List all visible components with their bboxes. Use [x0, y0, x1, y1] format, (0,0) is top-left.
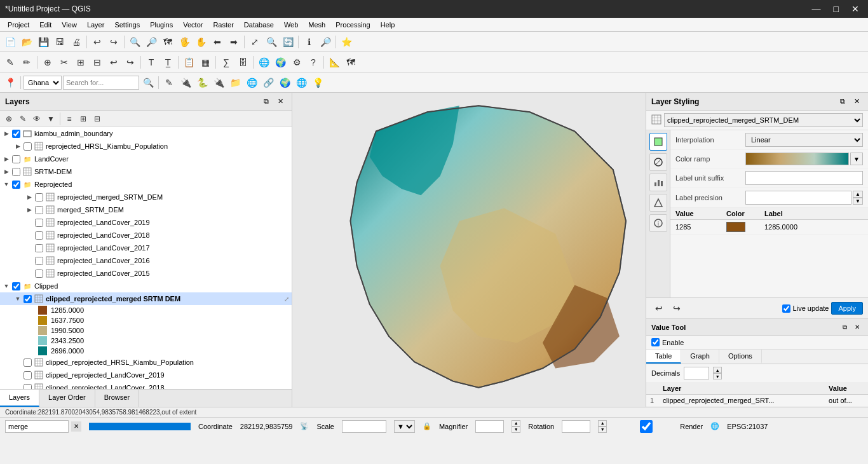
digitize-button[interactable]: ✎ [161, 75, 177, 90]
enable-checkbox[interactable] [651, 338, 660, 346]
checkbox-rep-lc-2017[interactable] [35, 244, 43, 252]
layers-close-button[interactable]: ✕ [274, 95, 287, 108]
precision-input[interactable]: 4 [745, 191, 851, 205]
expand-kiambu[interactable]: ▶ [3, 130, 10, 137]
tree-item-kiambu[interactable]: ▶ kiambu_admin_boundary [0, 127, 292, 140]
map-area[interactable] [292, 93, 646, 407]
refresh-button[interactable]: 🔄 [280, 34, 295, 50]
precision-down-button[interactable]: ▼ [853, 198, 863, 205]
info2-button[interactable]: 💡 [310, 75, 325, 90]
pan-button[interactable]: 🖐 [177, 34, 192, 50]
menu-processing[interactable]: Processing [330, 20, 375, 30]
checkbox-clipped[interactable] [12, 282, 20, 290]
menu-vector[interactable]: Vector [178, 20, 208, 30]
checkbox-clip-hrsl[interactable] [24, 358, 32, 367]
scale-select[interactable]: ▼ [394, 420, 415, 433]
label2-button[interactable]: T̲ [160, 55, 175, 70]
checkbox-srtm[interactable] [12, 168, 20, 176]
decimals-input[interactable]: 2 [684, 367, 709, 379]
magnifier-down[interactable]: ▼ [512, 426, 520, 433]
tree-item-srtm[interactable]: ▶ SRTM-DEM [0, 165, 292, 178]
save-as-button[interactable]: 🖫 [52, 34, 67, 50]
status-search-input[interactable] [5, 420, 69, 433]
select-button[interactable]: ▦ [198, 55, 213, 70]
styling-close-button[interactable]: ✕ [850, 95, 863, 108]
tree-item-rep-merged-srtm[interactable]: ▶ reprojected_merged_SRTM_DEM [0, 191, 292, 203]
menu-edit[interactable]: Edit [34, 20, 57, 30]
undo-style-button[interactable]: ↩ [651, 301, 667, 316]
tree-item-rep-lc-2015[interactable]: reprojected_LandCover_2015 [0, 267, 292, 280]
zoom-next-button[interactable]: ➡ [226, 34, 241, 50]
pan-hand-button[interactable]: ✋ [193, 34, 208, 50]
tree-item-clip-lc-2018[interactable]: clipped_reprojected_LandCover_2018 [0, 381, 292, 389]
checkbox-kiambu[interactable] [12, 130, 20, 138]
rotation-input[interactable]: 0.0 ° [562, 420, 590, 433]
info-button[interactable]: 🔎 [318, 34, 333, 50]
vt-float-button[interactable]: ⧉ [839, 322, 850, 333]
remove-layer-button[interactable]: ✎ [17, 113, 29, 125]
precision-up-button[interactable]: ▲ [853, 191, 863, 198]
style-icon-3[interactable] [649, 174, 667, 191]
minimize-button[interactable]: — [808, 3, 825, 15]
layer-options-button[interactable]: ≡ [63, 113, 76, 125]
checkbox-rep-merged[interactable] [35, 193, 43, 201]
redo-button[interactable]: ↪ [106, 34, 121, 50]
add-layer-button[interactable]: ⊕ [3, 113, 15, 125]
redo-edit-button[interactable]: ↪ [123, 55, 138, 70]
style-icon-4[interactable] [649, 194, 667, 212]
menu-layer[interactable]: Layer [82, 20, 110, 30]
edit-button[interactable]: ✎ [3, 55, 18, 70]
menu-raster[interactable]: Raster [208, 20, 238, 30]
attribute-button[interactable]: 📋 [181, 55, 196, 70]
open-project-button[interactable]: 📂 [19, 34, 34, 50]
layout-button[interactable]: 📐 [327, 55, 342, 70]
expand-clipped[interactable]: ▼ [3, 282, 10, 290]
tree-item-clip-hrsl[interactable]: clipped_reprojected_HRSL_Kiambu_Populati… [0, 356, 292, 369]
styling-float-button[interactable]: ⧉ [836, 95, 849, 108]
help-button[interactable]: ? [306, 55, 321, 70]
calculator-button[interactable]: ∑ [219, 55, 234, 70]
new-project-button[interactable]: 📄 [3, 34, 18, 50]
style-icon-5[interactable]: i [649, 214, 667, 232]
search-button[interactable]: 🔍 [140, 75, 156, 90]
checkbox-clip-lc-2019[interactable] [24, 371, 32, 379]
menu-mesh[interactable]: Mesh [303, 20, 330, 30]
checkbox-merged-srtm[interactable] [35, 206, 43, 214]
db-button[interactable]: 🗄 [235, 55, 250, 70]
checkbox-rep-lc-2015[interactable] [35, 270, 43, 278]
menu-help[interactable]: Help [376, 20, 400, 30]
tree-item-clipped-srtm[interactable]: ▼ clipped_reprojected_merged SRTM DEM ⤢ [0, 292, 292, 305]
toggle-visibility-button[interactable]: 👁 [31, 113, 43, 125]
scale-input[interactable]: 1:703142 [342, 420, 386, 433]
menu-plugins[interactable]: Plugins [145, 20, 178, 30]
decimals-down-button[interactable]: ▼ [713, 373, 722, 379]
checkbox-reprojected[interactable] [12, 181, 20, 189]
zoom-out-button[interactable]: 🔎 [144, 34, 159, 50]
tree-item-rep-lc-2019[interactable]: reprojected_LandCover_2019 [0, 216, 292, 229]
layout2-button[interactable]: 🗺 [343, 55, 358, 70]
layer-select[interactable]: clipped_reprojected_merged_SRTM_DEM [664, 113, 863, 127]
style-icon-1[interactable] [649, 133, 667, 151]
collapse-all-button[interactable]: ⊟ [91, 113, 104, 125]
expand-reprojected[interactable]: ▼ [3, 181, 10, 188]
zoom-layer-button[interactable]: ⤢ [247, 34, 262, 50]
expand-srtm[interactable]: ▶ [3, 168, 10, 175]
expand-rep-merged[interactable]: ▶ [25, 193, 33, 201]
cut-button[interactable]: ✂ [57, 55, 72, 70]
zoom-selection-button[interactable]: 🔍 [264, 34, 279, 50]
magnifier-up[interactable]: ▲ [512, 420, 520, 426]
checkbox-rep-lc-2016[interactable] [35, 257, 43, 265]
rotation-up[interactable]: ▲ [598, 420, 607, 426]
edit2-button[interactable]: ✏ [19, 55, 34, 70]
python-button[interactable]: 🐍 [194, 75, 210, 90]
delete-feature-button[interactable]: ⊟ [90, 55, 105, 70]
identify-button[interactable]: ℹ [301, 34, 316, 50]
expand-hrsl[interactable]: ▶ [14, 142, 22, 150]
plugin1-button[interactable]: 🔌 [178, 75, 193, 90]
tab-table[interactable]: Table [646, 350, 681, 364]
add-feature-button[interactable]: ⊞ [73, 55, 88, 70]
checkbox-rep-lc-2019[interactable] [35, 219, 43, 227]
filter-button[interactable]: ▼ [44, 113, 57, 125]
checkbox-clip-lc-2018[interactable] [24, 384, 32, 390]
globe4-button[interactable]: 🌍 [277, 75, 292, 90]
